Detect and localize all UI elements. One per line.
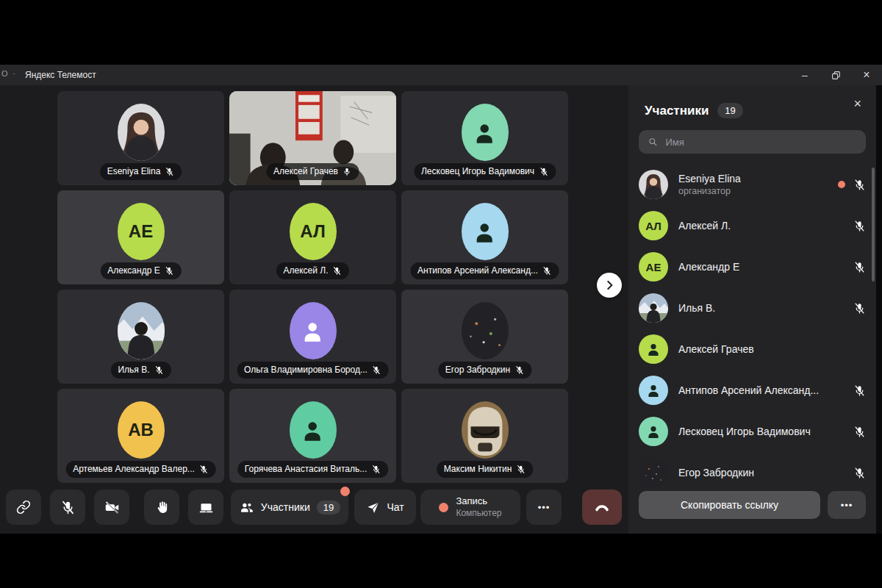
initials-avatar: АЕ xyxy=(639,252,668,282)
participant-row[interactable]: Eseniya Elina организатор xyxy=(628,164,876,205)
participant-tile[interactable]: Егор Забродкин xyxy=(401,290,568,384)
participant-tile[interactable]: Ольга Владимировна Бород... xyxy=(229,290,396,384)
mic-muted-icon xyxy=(199,465,209,474)
tile-name-label: Егор Забродкин xyxy=(445,365,510,375)
avatar-initials: АЕ xyxy=(129,221,153,242)
participant-tile[interactable]: Горячева Анастасия Виталь... xyxy=(229,389,396,483)
tile-name-pill: Ольга Владимировна Бород... xyxy=(237,362,389,379)
avatar-initials: АЛ xyxy=(645,220,662,232)
title-bar: O · Яндекс Телемост – × xyxy=(0,65,882,85)
participants-button[interactable]: Участники 19 xyxy=(231,490,348,525)
screen-share-button[interactable] xyxy=(188,490,223,525)
hangup-button[interactable] xyxy=(582,490,622,525)
participant-name: Алексей Грачев xyxy=(678,343,754,355)
participant-tile[interactable]: Лесковец Игорь Вадимович xyxy=(401,91,568,185)
participants-list: Eseniya Elina организатор АЛ Алексей Л. xyxy=(628,164,876,493)
mic-muted-icon xyxy=(165,167,174,176)
recording-button[interactable]: Запись Компьютер xyxy=(420,490,520,525)
camera-button[interactable] xyxy=(94,490,129,525)
participant-status xyxy=(853,426,866,438)
raise-hand-button[interactable] xyxy=(144,490,179,525)
participant-tile[interactable]: АЛАлексей Л. xyxy=(229,190,396,284)
tile-name-label: Антипов Арсений Александ... xyxy=(417,265,538,276)
tile-name-label: Eseniya Elina xyxy=(107,166,161,176)
hangup-icon xyxy=(593,498,611,516)
participant-tile[interactable]: Илья В. xyxy=(57,290,224,384)
photo-avatar-dark xyxy=(462,302,509,359)
send-icon xyxy=(366,501,380,514)
search-icon xyxy=(648,136,659,148)
participant-role: организатор xyxy=(678,186,741,196)
mic-muted-icon xyxy=(853,220,866,232)
avatar-initials: АЕ xyxy=(646,261,662,273)
participant-tile[interactable]: АЕАлександр Е xyxy=(57,190,224,284)
participant-status xyxy=(853,467,866,479)
participant-row[interactable]: Илья В. xyxy=(628,287,876,329)
scrollbar-thumb[interactable] xyxy=(872,168,875,282)
photo-avatar-woman xyxy=(639,170,668,199)
participant-tile[interactable]: Максим Никитин xyxy=(401,389,568,483)
participant-row[interactable]: АЛ Алексей Л. xyxy=(628,205,876,246)
telemost-window: O · Яндекс Телемост – × Eseniya Elina xyxy=(0,65,882,534)
participant-tile[interactable]: Eseniya Elina xyxy=(57,91,224,185)
initials-avatar: АЕ xyxy=(118,203,165,260)
chat-button[interactable]: Чат xyxy=(354,490,416,525)
more-button[interactable]: ••• xyxy=(526,490,562,525)
participant-names: Егор Забродкин xyxy=(678,467,754,478)
initials-avatar: АВ xyxy=(118,401,165,459)
restore-icon xyxy=(831,71,841,80)
participant-name: Александр Е xyxy=(678,261,739,273)
person-avatar xyxy=(290,401,337,459)
restore-button[interactable] xyxy=(820,65,851,85)
participant-row[interactable]: Алексей Грачев xyxy=(628,329,876,370)
participant-search[interactable] xyxy=(639,130,866,154)
tile-name-label: Артемьев Александр Валер... xyxy=(73,464,195,474)
close-panel-button[interactable]: × xyxy=(853,97,861,110)
person-avatar xyxy=(462,104,509,161)
people-icon xyxy=(239,500,254,515)
mic-muted-icon xyxy=(542,266,552,276)
mic-muted-icon xyxy=(165,266,174,276)
panel-more-button[interactable]: ••• xyxy=(828,491,866,519)
participant-name: Егор Забродкин xyxy=(678,467,754,478)
photo-avatar-mountains xyxy=(118,302,165,359)
participant-name: Антипов Арсений Александ... xyxy=(678,384,819,396)
photo-avatar xyxy=(462,302,509,359)
camera-off-icon xyxy=(104,500,120,515)
participant-row[interactable]: Егор Забродкин xyxy=(628,452,876,493)
mic-muted-icon xyxy=(332,266,342,276)
tile-name-pill: Горячева Анастасия Виталь... xyxy=(237,461,388,478)
participant-names: Антипов Арсений Александ... xyxy=(678,384,819,396)
search-input[interactable] xyxy=(664,136,857,148)
copy-link-button[interactable]: Скопировать ссылку xyxy=(639,491,820,519)
participant-tile[interactable]: Антипов Арсений Александ... xyxy=(401,190,568,284)
photo-avatar xyxy=(462,401,509,459)
tile-name-label: Илья В. xyxy=(118,365,149,375)
participant-row[interactable]: Лесковец Игорь Вадимович xyxy=(628,411,876,452)
participant-name: Илья В. xyxy=(678,302,715,314)
person-icon xyxy=(470,215,498,249)
mic-muted-icon xyxy=(154,365,164,375)
close-button[interactable]: × xyxy=(851,65,882,85)
minimize-button[interactable]: – xyxy=(789,65,820,85)
participant-row[interactable]: АЕ Александр Е xyxy=(628,246,876,287)
participant-row[interactable]: Антипов Арсений Александ... xyxy=(628,370,876,411)
mic-muted-icon xyxy=(853,384,866,397)
tile-name-pill: Максим Никитин xyxy=(437,461,534,478)
person-avatar xyxy=(639,376,668,405)
person-avatar xyxy=(462,203,509,260)
microphone-button[interactable] xyxy=(50,490,85,525)
participants-count-badge: 19 xyxy=(717,103,742,118)
person-icon xyxy=(645,340,662,358)
copy-link-button[interactable] xyxy=(6,490,41,525)
avatar-initials: АВ xyxy=(128,420,154,440)
next-page-button[interactable] xyxy=(597,273,622,298)
video-grid: Eseniya Elina Алексей Грачев Лесковец Иг… xyxy=(57,91,568,483)
participant-name: Алексей Л. xyxy=(678,220,731,232)
participant-tile[interactable]: АВАртемьев Александр Валер... xyxy=(57,389,224,483)
more-icon: ••• xyxy=(538,502,551,513)
participant-status xyxy=(853,384,866,397)
participant-tile[interactable]: Алексей Грачев xyxy=(229,91,396,185)
tile-name-pill: Егор Забродкин xyxy=(438,362,531,379)
tile-name-pill: Лесковец Игорь Вадимович xyxy=(414,163,556,180)
